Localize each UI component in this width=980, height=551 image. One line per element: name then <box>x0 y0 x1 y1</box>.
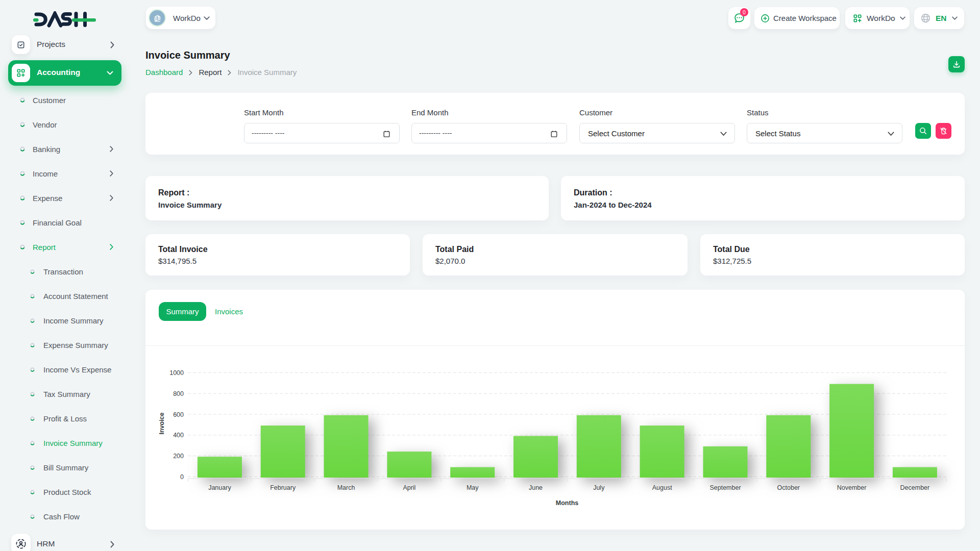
svg-text:400: 400 <box>173 432 184 439</box>
svg-text:800: 800 <box>173 390 184 397</box>
svg-text:1000: 1000 <box>169 369 184 377</box>
svg-text:January: January <box>208 484 231 491</box>
svg-text:May: May <box>467 484 479 491</box>
svg-text:April: April <box>403 484 415 491</box>
svg-text:November: November <box>837 484 867 491</box>
svg-text:Months: Months <box>556 499 578 507</box>
svg-text:March: March <box>337 484 355 491</box>
svg-text:February: February <box>270 484 296 491</box>
svg-text:August: August <box>652 484 672 491</box>
svg-text:600: 600 <box>173 411 184 418</box>
svg-text:October: October <box>777 484 800 491</box>
svg-text:December: December <box>900 484 930 491</box>
svg-text:Invoice: Invoice <box>158 412 165 434</box>
svg-text:September: September <box>709 484 741 491</box>
svg-text:June: June <box>529 484 543 491</box>
svg-text:0: 0 <box>180 473 184 481</box>
svg-text:July: July <box>593 484 605 491</box>
svg-text:200: 200 <box>173 453 184 460</box>
